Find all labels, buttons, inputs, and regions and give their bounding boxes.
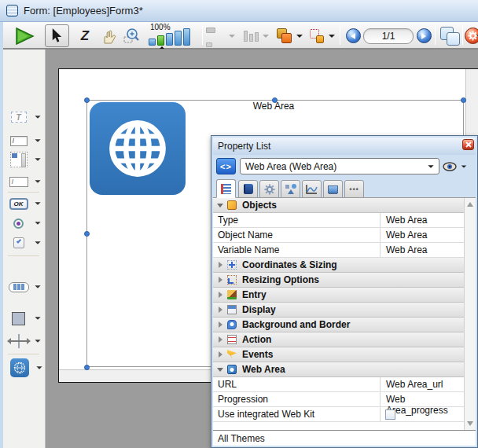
rectangle-menu-arrow[interactable] bbox=[35, 317, 40, 320]
execute-form-button[interactable] bbox=[13, 24, 36, 47]
splitter-icon bbox=[11, 334, 27, 348]
property-value[interactable]: Web Area bbox=[380, 243, 464, 257]
more-tab[interactable]: ••• bbox=[344, 180, 364, 198]
section-background-border[interactable]: Background and Border bbox=[213, 318, 464, 332]
property-value[interactable]: Web Area bbox=[380, 228, 464, 242]
web-area-tool[interactable] bbox=[8, 358, 42, 377]
property-list-titlebar[interactable]: Property List bbox=[213, 138, 476, 155]
selection-handle-bottom-left[interactable] bbox=[84, 365, 90, 370]
radio-button-tool[interactable] bbox=[8, 215, 41, 231]
object-navigator-button[interactable]: <> bbox=[216, 158, 236, 174]
property-list-scrollbar[interactable] bbox=[464, 198, 476, 430]
duplicate-many-button[interactable] bbox=[307, 24, 327, 47]
selection-handle-top-right[interactable] bbox=[461, 97, 466, 103]
view-options-button[interactable] bbox=[443, 160, 472, 174]
section-resizing-options[interactable]: Resizing Options bbox=[213, 273, 464, 288]
property-row-use-integrated-web-kit[interactable]: Use integrated Web Kit bbox=[213, 407, 464, 422]
property-value[interactable]: Web Area_url bbox=[380, 377, 464, 391]
combobox-arrow-icon bbox=[428, 165, 433, 168]
settings-tab[interactable] bbox=[259, 180, 279, 198]
web-area-menu-arrow[interactable] bbox=[36, 366, 42, 369]
combo-box-tool[interactable]: I bbox=[8, 174, 41, 189]
window-titlebar[interactable]: Form: [Employees]Form3* bbox=[0, 0, 478, 22]
manage-planes-menu-arrow[interactable] bbox=[295, 24, 304, 47]
section-display[interactable]: Display bbox=[213, 303, 464, 318]
property-row-url[interactable]: URL Web Area_url bbox=[213, 377, 464, 392]
web-kit-checkbox[interactable] bbox=[385, 409, 395, 420]
object-selector-row: <> Web Area (Web Area) bbox=[213, 156, 476, 178]
list-box-menu-arrow[interactable] bbox=[35, 158, 40, 161]
property-row-object-name[interactable]: Object Name Web Area bbox=[213, 228, 464, 243]
section-action[interactable]: Action bbox=[213, 332, 464, 347]
zoom-tool-button[interactable] bbox=[121, 24, 143, 47]
button-grid-icon bbox=[9, 282, 29, 292]
checkbox-menu-arrow[interactable] bbox=[35, 241, 40, 244]
checkbox-tool[interactable] bbox=[8, 235, 41, 251]
selection-handle-top-left[interactable] bbox=[84, 97, 90, 103]
property-value[interactable]: Web Area_progress bbox=[380, 392, 464, 406]
zoom-bar-3[interactable] bbox=[166, 33, 173, 46]
pan-tool-button[interactable] bbox=[97, 24, 120, 47]
button-menu-arrow[interactable] bbox=[35, 202, 40, 205]
web-area-object-globe-icon[interactable] bbox=[90, 102, 186, 195]
button-grid-menu-arrow[interactable] bbox=[35, 285, 40, 288]
objects-tab[interactable] bbox=[281, 180, 300, 198]
rectangle-tool[interactable] bbox=[8, 310, 41, 326]
scroll-down-icon[interactable] bbox=[467, 421, 473, 426]
splitter-menu-arrow[interactable] bbox=[35, 340, 40, 343]
input-field-menu-arrow[interactable] bbox=[35, 139, 40, 142]
zoom-scale-widget[interactable]: 100% bbox=[149, 23, 199, 48]
property-list-window: Property List <> Web Area (Web Area) bbox=[211, 135, 478, 448]
close-button[interactable] bbox=[462, 139, 474, 150]
display-icon bbox=[227, 305, 237, 314]
splitter-tool[interactable] bbox=[8, 333, 41, 349]
combo-box-menu-arrow[interactable] bbox=[35, 180, 40, 183]
property-value[interactable]: Web Area bbox=[380, 213, 464, 227]
page-indicator-field[interactable]: 1/1 bbox=[362, 24, 414, 47]
manage-planes-button[interactable] bbox=[273, 24, 295, 47]
section-objects[interactable]: Objects bbox=[213, 198, 464, 213]
static-text-tool[interactable]: T bbox=[8, 109, 41, 125]
display-tab[interactable] bbox=[323, 180, 343, 198]
tool-group-separator bbox=[8, 255, 39, 256]
selection-handle-left-middle[interactable] bbox=[84, 231, 90, 237]
section-web-area[interactable]: Web Area bbox=[213, 362, 464, 377]
list-box-tool[interactable] bbox=[8, 152, 41, 167]
play-icon bbox=[14, 27, 35, 46]
next-page-button[interactable] bbox=[415, 24, 432, 47]
chart-tab[interactable] bbox=[302, 180, 322, 198]
form-pages-button[interactable] bbox=[438, 24, 461, 47]
zoom-bar-current[interactable] bbox=[157, 35, 164, 46]
button-grid-tool[interactable] bbox=[8, 279, 41, 295]
properties-tab[interactable] bbox=[216, 179, 236, 198]
zoom-bar-1[interactable] bbox=[149, 39, 156, 46]
property-row-type[interactable]: Type Web Area bbox=[213, 213, 464, 228]
distribute-icon bbox=[243, 31, 259, 42]
previous-page-button[interactable] bbox=[344, 24, 362, 47]
selection-tool-button[interactable] bbox=[45, 24, 69, 47]
preferences-menu-arrow[interactable] bbox=[475, 24, 478, 47]
object-selector-combobox[interactable]: Web Area (Web Area) bbox=[240, 158, 439, 174]
section-coordinates-sizing[interactable]: Coordinates & Sizing bbox=[213, 258, 464, 273]
button-tool[interactable]: OK bbox=[8, 196, 41, 211]
property-list-tab-icon bbox=[221, 184, 231, 194]
scroll-up-icon[interactable] bbox=[467, 202, 473, 207]
property-row-progression[interactable]: Progression Web Area_progress bbox=[213, 392, 464, 407]
zoom-bar-4[interactable] bbox=[175, 31, 182, 46]
duplicate-icon bbox=[310, 29, 324, 43]
radio-menu-arrow[interactable] bbox=[35, 222, 40, 225]
duplicate-many-menu-arrow[interactable] bbox=[327, 24, 336, 47]
toolbar-separator bbox=[462, 26, 463, 45]
zoom-bar-5[interactable] bbox=[183, 28, 190, 46]
input-field-tool[interactable]: I bbox=[8, 133, 41, 149]
selection-handle-top-middle[interactable] bbox=[272, 97, 278, 103]
section-events[interactable]: Events bbox=[213, 347, 464, 362]
theme-filter-bar[interactable]: All Themes bbox=[213, 430, 476, 446]
theme-tab[interactable] bbox=[238, 180, 258, 198]
section-entry[interactable]: Entry bbox=[213, 288, 464, 303]
static-text-menu-arrow[interactable] bbox=[35, 116, 40, 119]
collapse-triangle-icon bbox=[217, 204, 223, 207]
monitor-icon bbox=[328, 185, 338, 193]
entry-order-tool-button[interactable]: Z bbox=[74, 24, 96, 47]
property-row-variable-name[interactable]: Variable Name Web Area bbox=[213, 243, 464, 258]
